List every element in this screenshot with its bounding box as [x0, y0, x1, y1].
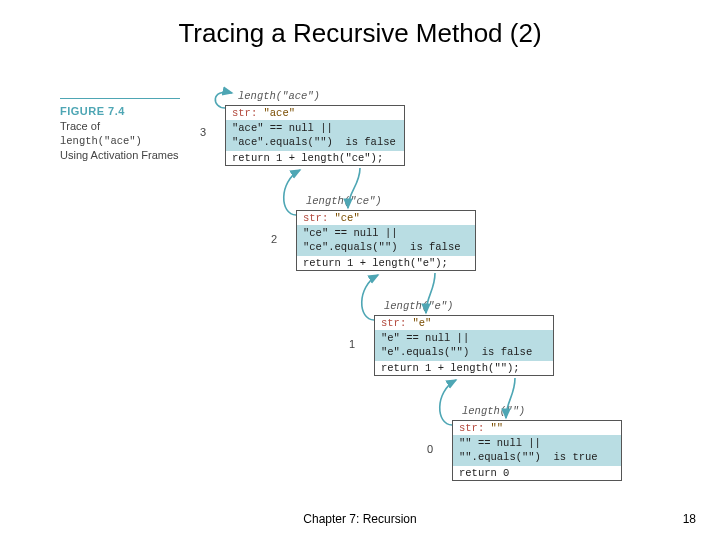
figure-caption-line2: length("ace")	[60, 134, 210, 148]
divider	[60, 98, 180, 99]
return-value-2: 2	[271, 233, 277, 245]
frame-4-str: str: ""	[453, 421, 621, 435]
frame-4-return: return 0	[453, 466, 621, 480]
call-label-3: length("e")	[384, 300, 453, 312]
frame-3-cond2: "e".equals("") is false	[375, 345, 553, 359]
frame-1-cond1: "ace" == null ||	[226, 121, 404, 135]
frame-2-cond1: "ce" == null ||	[297, 226, 475, 240]
frame-4-cond1: "" == null ||	[453, 436, 621, 450]
page-number: 18	[683, 512, 696, 526]
call-label-1: length("ace")	[238, 90, 320, 102]
frame-1-cond2: "ace".equals("") is false	[226, 135, 404, 149]
frame-3-str: str: "e"	[375, 316, 553, 330]
return-value-3: 1	[349, 338, 355, 350]
call-label-2: length("ce")	[306, 195, 382, 207]
figure-caption-line3: Using Activation Frames	[60, 148, 210, 163]
activation-frame-2: str: "ce" "ce" == null || "ce".equals(""…	[296, 210, 476, 271]
call-label-4: length("")	[462, 405, 525, 417]
frame-4-cond2: "".equals("") is true	[453, 450, 621, 464]
frame-2-str: str: "ce"	[297, 211, 475, 225]
activation-frame-4: str: "" "" == null || "".equals("") is t…	[452, 420, 622, 481]
return-value-4: 0	[427, 443, 433, 455]
frame-3-return: return 1 + length("");	[375, 361, 553, 375]
activation-frame-3: str: "e" "e" == null || "e".equals("") i…	[374, 315, 554, 376]
activation-frame-1: str: "ace" "ace" == null || "ace".equals…	[225, 105, 405, 166]
return-value-1: 3	[200, 126, 206, 138]
figure-label: FIGURE 7.4	[60, 104, 210, 119]
frame-1-str: str: "ace"	[226, 106, 404, 120]
frame-2-return: return 1 + length("e");	[297, 256, 475, 270]
figure-caption-line1: Trace of	[60, 119, 210, 134]
frame-2-cond2: "ce".equals("") is false	[297, 240, 475, 254]
frame-3-cond1: "e" == null ||	[375, 331, 553, 345]
footer-chapter: Chapter 7: Recursion	[0, 512, 720, 526]
slide-title: Tracing a Recursive Method (2)	[0, 18, 720, 49]
frame-1-return: return 1 + length("ce");	[226, 151, 404, 165]
figure-caption: FIGURE 7.4 Trace of length("ace") Using …	[60, 104, 210, 163]
